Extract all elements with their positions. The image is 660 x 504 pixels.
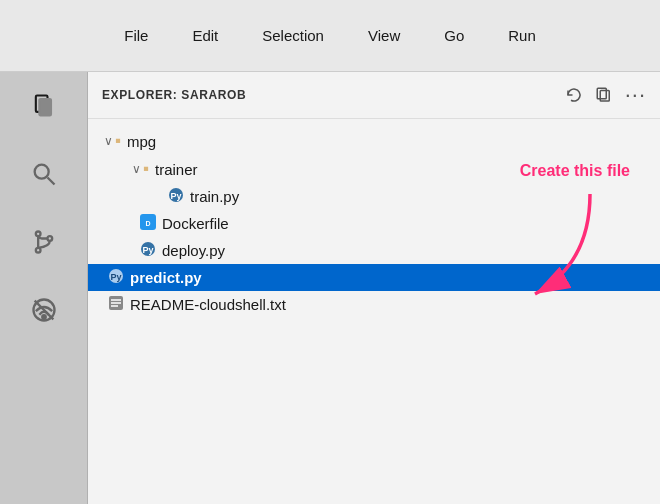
txt-icon-readme (108, 295, 124, 314)
svg-point-4 (35, 232, 40, 237)
svg-text:D: D (145, 220, 150, 227)
tree-item-readme-label: README-cloudshell.txt (130, 296, 286, 313)
svg-rect-1 (39, 99, 51, 115)
tree-item-dockerfile-label: Dockerfile (162, 215, 229, 232)
svg-line-3 (47, 178, 54, 185)
tree-item-trainer-label: trainer (155, 161, 198, 178)
menu-view[interactable]: View (362, 23, 406, 48)
more-options-icon[interactable]: ··· (625, 82, 646, 108)
tree-item-readme[interactable]: README-cloudshell.txt (88, 291, 660, 318)
svg-text:Py: Py (142, 245, 153, 255)
main-area: EXPLORER: SARAROB ··· (0, 72, 660, 504)
tree-item-train-py-label: train.py (190, 188, 239, 205)
python-icon-deploy: Py (140, 241, 156, 260)
tree-item-predict-py[interactable]: Py predict.py (88, 264, 660, 291)
menu-file[interactable]: File (118, 23, 154, 48)
menu-run[interactable]: Run (502, 23, 542, 48)
activity-search[interactable] (22, 152, 66, 196)
svg-text:Py: Py (170, 191, 181, 201)
refresh-icon[interactable] (565, 86, 583, 104)
tree-item-predict-py-label: predict.py (130, 269, 202, 286)
svg-text:Py: Py (110, 272, 121, 282)
tree-item-mpg-label: mpg (127, 133, 156, 150)
explorer-header-icons: ··· (565, 82, 646, 108)
tree-item-dockerfile[interactable]: D Dockerfile (88, 210, 660, 237)
svg-point-2 (34, 165, 48, 179)
tree-item-deploy-py-label: deploy.py (162, 242, 225, 259)
activity-remote[interactable] (22, 288, 66, 332)
chevron-trainer: ∨ (132, 162, 141, 176)
menu-selection[interactable]: Selection (256, 23, 330, 48)
tree-item-deploy-py[interactable]: Py deploy.py (88, 237, 660, 264)
tree-item-trainer[interactable]: ∨ ▪ trainer (88, 155, 660, 183)
folder-icon-trainer: ▪ (143, 159, 149, 179)
menu-go[interactable]: Go (438, 23, 470, 48)
sidebar: EXPLORER: SARAROB ··· (88, 72, 660, 504)
tree-item-train-py[interactable]: Py train.py (88, 183, 660, 210)
explorer-title: EXPLORER: SARAROB (102, 88, 246, 102)
folder-icon-mpg: ▪ (115, 131, 121, 151)
python-icon-train: Py (168, 187, 184, 206)
file-tree: ∨ ▪ mpg ∨ ▪ trainer Py train.py (88, 119, 660, 504)
svg-point-9 (42, 315, 46, 319)
svg-point-6 (47, 236, 52, 241)
docker-icon-dockerfile: D (140, 214, 156, 233)
menu-edit[interactable]: Edit (186, 23, 224, 48)
chevron-mpg: ∨ (104, 134, 113, 148)
explorer-header: EXPLORER: SARAROB ··· (88, 72, 660, 119)
copy-icon[interactable] (595, 86, 613, 104)
menubar: File Edit Selection View Go Run (0, 0, 660, 72)
activity-bar (0, 72, 88, 504)
activity-explorer[interactable] (22, 84, 66, 128)
tree-item-mpg[interactable]: ∨ ▪ mpg (88, 127, 660, 155)
activity-source-control[interactable] (22, 220, 66, 264)
python-icon-predict: Py (108, 268, 124, 287)
